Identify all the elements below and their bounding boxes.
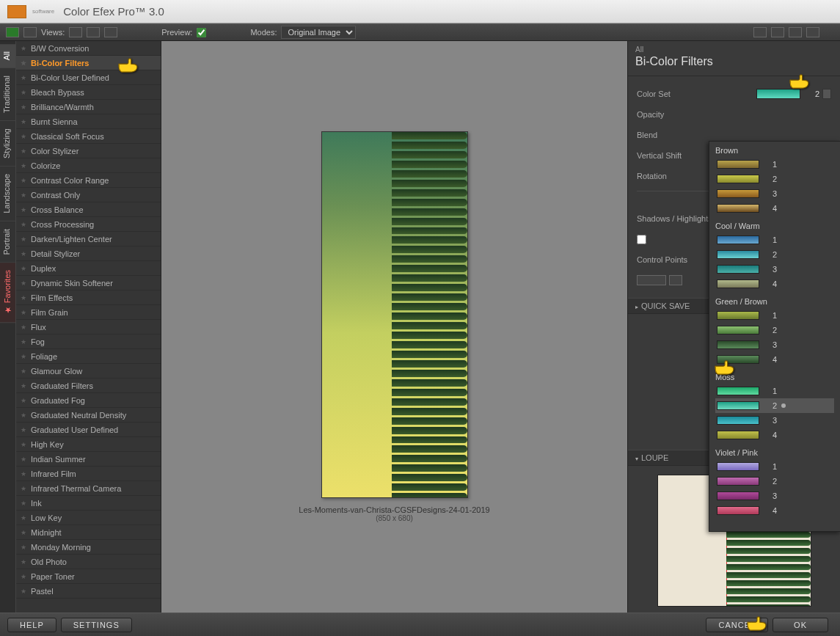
- category-tab-favorites[interactable]: ★ Favorites: [0, 263, 15, 323]
- shadows-checkbox[interactable]: [637, 235, 646, 244]
- filter-item[interactable]: ★Infrared Thermal Camera: [16, 481, 161, 496]
- category-tab-portrait[interactable]: Portrait: [0, 222, 15, 263]
- color-option[interactable]: 2: [715, 172, 834, 186]
- filter-item[interactable]: ★Bi-Color Filters: [16, 56, 161, 70]
- layout-side-icon[interactable]: [104, 27, 117, 37]
- preview-area: claudia Les-Moments-van-Christa-CGSFDesi…: [161, 41, 627, 613]
- light-tool-icon[interactable]: [806, 27, 819, 37]
- filter-item[interactable]: ★Indian Summer: [16, 452, 161, 467]
- arrow-tool-icon[interactable]: [753, 27, 767, 37]
- color-option[interactable]: 4: [715, 277, 834, 291]
- color-option[interactable]: 4: [715, 428, 834, 442]
- color-option[interactable]: 3: [715, 337, 834, 352]
- star-icon: ★: [21, 441, 26, 448]
- category-tab-traditional[interactable]: Traditional: [0, 68, 15, 121]
- color-option[interactable]: 3: [715, 186, 834, 201]
- filter-item[interactable]: ★Burnt Sienna: [16, 114, 161, 129]
- color-option[interactable]: 3: [715, 489, 834, 503]
- filter-list[interactable]: ★B/W Conversion★Bi-Color Filters★Bi-Colo…: [16, 41, 161, 613]
- preview-checkbox[interactable]: [197, 28, 206, 37]
- view-list-icon[interactable]: [23, 27, 37, 37]
- color-option[interactable]: 1: [715, 308, 834, 323]
- filter-item[interactable]: ★Film Effects: [16, 290, 161, 305]
- filter-item[interactable]: ★Colorize: [16, 158, 161, 173]
- filter-item[interactable]: ★Bleach Bypass: [16, 85, 161, 100]
- color-option[interactable]: 2: [715, 323, 834, 337]
- remove-controlpoint-button[interactable]: [669, 275, 682, 285]
- zoom-tool-icon[interactable]: [771, 27, 784, 37]
- color-option[interactable]: 1: [715, 384, 834, 398]
- help-button[interactable]: HELP: [7, 618, 56, 632]
- colorset-dropdown-button[interactable]: [822, 89, 831, 99]
- hand-tool-icon[interactable]: [789, 27, 802, 37]
- color-option[interactable]: 2: [715, 474, 834, 489]
- color-option[interactable]: 4: [715, 201, 834, 216]
- filter-label: Duplex: [31, 264, 56, 273]
- color-option[interactable]: 3: [715, 413, 834, 428]
- views-label: Views:: [41, 28, 65, 37]
- filter-item[interactable]: ★Infrared Film: [16, 467, 161, 481]
- layout-split-icon[interactable]: [87, 27, 100, 37]
- filter-item[interactable]: ★Graduated Neutral Density: [16, 408, 161, 423]
- color-group-label: Cool / Warm: [715, 222, 834, 230]
- filter-label: Cross Processing: [31, 220, 94, 229]
- filter-item[interactable]: ★Graduated Filters: [16, 379, 161, 393]
- color-option[interactable]: 2: [715, 398, 834, 413]
- color-index: 2: [767, 250, 777, 259]
- color-option[interactable]: 4: [715, 503, 834, 518]
- filter-item[interactable]: ★Old Photo: [16, 555, 161, 569]
- color-option[interactable]: 4: [715, 352, 834, 367]
- star-icon: ★: [21, 558, 26, 566]
- filter-item[interactable]: ★Dynamic Skin Softener: [16, 276, 161, 290]
- filter-item[interactable]: ★Paper Toner: [16, 569, 161, 584]
- filter-item[interactable]: ★Pastel: [16, 584, 161, 599]
- view-thumbnail-icon[interactable]: [6, 27, 19, 37]
- filter-item[interactable]: ★Bi-Color User Defined: [16, 70, 161, 85]
- category-tab-all[interactable]: All: [0, 44, 15, 68]
- category-tab-stylizing[interactable]: Stylizing: [0, 121, 15, 167]
- filter-item[interactable]: ★Classical Soft Focus: [16, 129, 161, 144]
- filter-item[interactable]: ★Cross Processing: [16, 217, 161, 232]
- filter-item[interactable]: ★Color Stylizer: [16, 144, 161, 158]
- filter-item[interactable]: ★Detail Stylizer: [16, 246, 161, 261]
- add-controlpoint-button[interactable]: [637, 275, 666, 285]
- filter-item[interactable]: ★Low Key: [16, 511, 161, 525]
- cancel-button[interactable]: CANCEL: [706, 618, 768, 632]
- ok-button[interactable]: OK: [773, 618, 828, 632]
- settings-button[interactable]: SETTINGS: [61, 618, 132, 632]
- filter-item[interactable]: ★Monday Morning: [16, 540, 161, 555]
- filter-item[interactable]: ★High Key: [16, 437, 161, 452]
- color-option[interactable]: 1: [715, 157, 834, 172]
- filter-label: Fog: [31, 337, 45, 346]
- color-index: 2: [767, 477, 777, 486]
- filter-item[interactable]: ★Contrast Only: [16, 188, 161, 202]
- filter-item[interactable]: ★Brilliance/Warmth: [16, 100, 161, 114]
- filter-item[interactable]: ★Contrast Color Range: [16, 173, 161, 188]
- filter-item[interactable]: ★Graduated Fog: [16, 393, 161, 408]
- color-swatch: [717, 160, 759, 169]
- star-icon: ★: [21, 426, 26, 434]
- category-tab-landscape[interactable]: Landscape: [0, 167, 15, 222]
- color-option[interactable]: 1: [715, 233, 834, 247]
- color-option[interactable]: 1: [715, 459, 834, 474]
- filter-item[interactable]: ★Ink: [16, 496, 161, 511]
- color-option[interactable]: 3: [715, 262, 834, 277]
- filter-item[interactable]: ★Glamour Glow: [16, 364, 161, 379]
- filter-item[interactable]: ★Duplex: [16, 261, 161, 276]
- filter-item[interactable]: ★Flux: [16, 320, 161, 335]
- filter-item[interactable]: ★Graduated User Defined: [16, 423, 161, 437]
- color-swatch: [717, 340, 759, 349]
- filter-item[interactable]: ★Cross Balance: [16, 202, 161, 217]
- color-option[interactable]: 2: [715, 247, 834, 262]
- filter-item[interactable]: ★Darken/Lighten Center: [16, 232, 161, 246]
- filter-item[interactable]: ★B/W Conversion: [16, 41, 161, 56]
- filter-item[interactable]: ★Fog: [16, 335, 161, 349]
- color-index: 3: [767, 491, 777, 500]
- star-icon: ★: [21, 500, 26, 507]
- filter-item[interactable]: ★Film Grain: [16, 305, 161, 320]
- star-icon: ★: [21, 397, 26, 404]
- filter-item[interactable]: ★Foliage: [16, 349, 161, 364]
- layout-single-icon[interactable]: [69, 27, 82, 37]
- filter-item[interactable]: ★Midnight: [16, 525, 161, 540]
- modes-select[interactable]: Original Image: [281, 26, 356, 39]
